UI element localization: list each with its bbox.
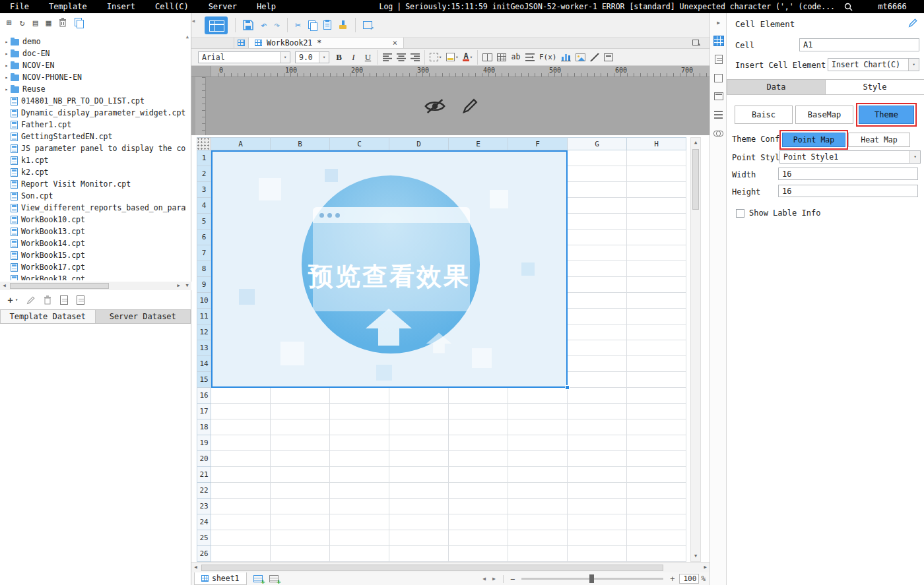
cell-F24[interactable] <box>508 514 568 530</box>
align-right-icon[interactable] <box>411 53 420 61</box>
cell-G7[interactable] <box>568 245 627 261</box>
cell-E23[interactable] <box>449 499 508 514</box>
cell-H23[interactable] <box>627 499 686 514</box>
font-family-select[interactable]: Arial ▾ <box>198 51 290 63</box>
condition-attributes-icon[interactable] <box>710 106 727 124</box>
cell-G15[interactable] <box>568 372 627 388</box>
cell-A19[interactable] <box>211 435 271 451</box>
row-header-5[interactable]: 5 <box>197 214 211 230</box>
wrap-text-icon[interactable] <box>525 53 535 61</box>
column-header-A[interactable]: A <box>211 137 271 150</box>
show-label-info-checkbox[interactable]: Show Lable Info <box>736 208 820 218</box>
cell-H6[interactable] <box>627 230 686 245</box>
cell-C16[interactable] <box>330 388 389 404</box>
tree-item[interactable]: Son.cpt <box>0 190 186 202</box>
tree-scroll-up-icon[interactable]: ▲ <box>186 34 189 40</box>
menu-item-file[interactable]: File <box>0 0 39 13</box>
row-header-23[interactable]: 23 <box>197 499 211 514</box>
delete-icon[interactable] <box>59 18 67 27</box>
cell-H25[interactable] <box>627 530 686 546</box>
tree-horizontal-scrollbar[interactable]: ◀ ▶ ▼ <box>0 282 191 290</box>
scroll-left-icon[interactable]: ◀ <box>0 282 9 290</box>
column-header-D[interactable]: D <box>389 137 449 150</box>
cell-B19[interactable] <box>271 435 330 451</box>
cell-H16[interactable] <box>627 388 686 404</box>
cell-G24[interactable] <box>568 514 627 530</box>
scroll-right-icon[interactable]: ▶ <box>174 282 183 290</box>
column-header-G[interactable]: G <box>568 137 627 150</box>
template-list-icon[interactable] <box>234 38 248 48</box>
row-header-6[interactable]: 6 <box>197 230 211 245</box>
cell-C23[interactable] <box>330 499 389 514</box>
tree-item[interactable]: Dynamic_display_parameter_widget.cpt <box>0 107 186 119</box>
row-header-20[interactable]: 20 <box>197 451 211 467</box>
column-header-H[interactable]: H <box>627 137 686 150</box>
row-header-11[interactable]: 11 <box>197 309 211 324</box>
zoom-slider-thumb[interactable] <box>589 574 594 583</box>
cell-H12[interactable] <box>627 324 686 340</box>
copy-icon[interactable] <box>308 20 316 30</box>
tree-item[interactable]: ▸NCOV-EN <box>0 59 186 71</box>
cell-H3[interactable] <box>627 182 686 198</box>
grid-horizontal-scrollbar[interactable]: ◀ ▶ <box>191 562 710 572</box>
cell-G3[interactable] <box>568 182 627 198</box>
zoom-slider[interactable] <box>521 578 663 580</box>
cell-H8[interactable] <box>627 261 686 277</box>
text-tool-button[interactable]: ab <box>511 53 521 61</box>
row-header-15[interactable]: 15 <box>197 372 211 388</box>
cell-G23[interactable] <box>568 499 627 514</box>
insert-table-icon[interactable] <box>497 53 506 61</box>
zoom-out-icon[interactable]: − <box>508 574 517 584</box>
cell-E17[interactable] <box>449 404 508 419</box>
add-sheet-icon[interactable] <box>269 575 279 582</box>
cell-E25[interactable] <box>449 530 508 546</box>
template-view-icon[interactable]: ▤ <box>33 18 38 28</box>
cell-B22[interactable] <box>271 483 330 499</box>
menu-item-cell-c[interactable]: Cell(C) <box>145 0 199 13</box>
widget-settings-icon[interactable] <box>710 87 727 106</box>
bold-button[interactable]: B <box>334 53 344 61</box>
add-grid-sheet-icon[interactable] <box>253 575 263 582</box>
subtab-basic[interactable]: Baisc <box>735 106 793 124</box>
cell-A18[interactable] <box>211 419 271 435</box>
cell-C19[interactable] <box>330 435 389 451</box>
username[interactable]: mt6666 <box>861 2 924 11</box>
column-header-B[interactable]: B <box>271 137 330 150</box>
hyperlink-icon[interactable] <box>710 124 727 142</box>
tab-list-icon[interactable] <box>692 38 701 48</box>
tree-item[interactable]: k1.cpt <box>0 154 186 166</box>
row-header-7[interactable]: 7 <box>197 245 211 261</box>
cell-E22[interactable] <box>449 483 508 499</box>
cell-F18[interactable] <box>508 419 568 435</box>
scroll-down-icon[interactable]: ▼ <box>691 551 700 561</box>
dataset-list-icon[interactable] <box>77 295 84 305</box>
close-tab-icon[interactable]: × <box>393 38 397 47</box>
tree-item[interactable]: 014801_NB_PR_TO_DO_LIST.cpt <box>0 95 186 107</box>
cell-F20[interactable] <box>508 451 568 467</box>
cell-F16[interactable] <box>508 388 568 404</box>
cell-A17[interactable] <box>211 404 271 419</box>
cell-B24[interactable] <box>271 514 330 530</box>
cell-B17[interactable] <box>271 404 330 419</box>
point-map-button[interactable]: Point Map <box>782 133 845 147</box>
cell-B26[interactable] <box>271 546 330 562</box>
cell-B21[interactable] <box>271 467 330 483</box>
grid-corner[interactable] <box>197 137 211 150</box>
row-header-19[interactable]: 19 <box>197 435 211 451</box>
cell-H7[interactable] <box>627 245 686 261</box>
row-header-16[interactable]: 16 <box>197 388 211 404</box>
format-painter-icon[interactable] <box>339 20 348 30</box>
cell-H14[interactable] <box>627 356 686 372</box>
cell-C22[interactable] <box>330 483 389 499</box>
tree-item[interactable]: ▸doc-EN <box>0 47 186 59</box>
parameter-pane[interactable] <box>191 77 710 135</box>
tab-data[interactable]: Data <box>727 79 826 95</box>
merge-cells-icon[interactable] <box>482 53 492 61</box>
cut-icon[interactable]: ✂ <box>295 20 301 30</box>
expand-arrow-icon[interactable]: ▸ <box>3 86 10 92</box>
scrollbar-thumb[interactable] <box>10 283 109 289</box>
cell-F21[interactable] <box>508 467 568 483</box>
tree-item[interactable]: WorkBook18.cpt <box>0 273 186 280</box>
cell-G25[interactable] <box>568 530 627 546</box>
edit-dataset-icon[interactable] <box>26 296 35 305</box>
